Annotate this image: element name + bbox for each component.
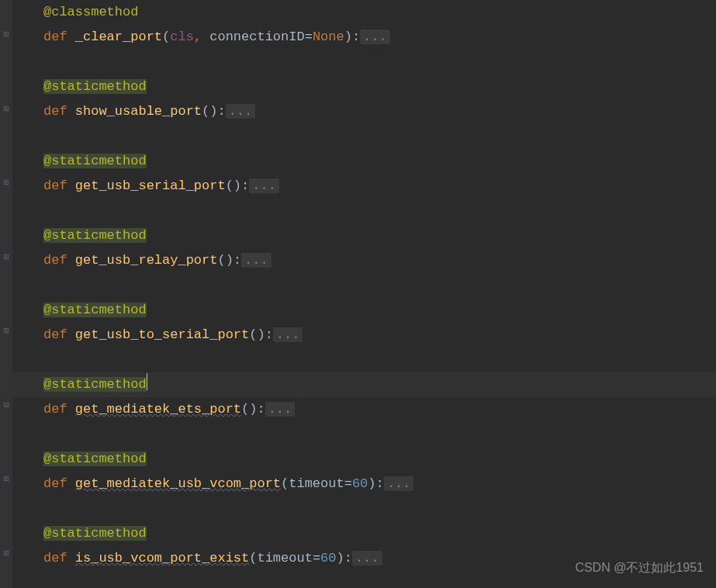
code-line: @staticmethod — [12, 521, 716, 546]
code-line: @staticmethod — [12, 447, 716, 472]
param: timeout — [289, 476, 344, 491]
decorator: @staticmethod — [43, 526, 147, 541]
fold-icon[interactable]: ⊞ — [2, 550, 10, 558]
fold-icon[interactable]: ⊞ — [2, 402, 10, 410]
blank-line — [12, 496, 716, 521]
code-line: @staticmethod — [12, 298, 716, 323]
function-name: is_usb_vcom_port_exist — [75, 551, 249, 566]
fold-ellipsis[interactable]: ... — [384, 476, 414, 491]
fold-ellipsis[interactable]: ... — [352, 551, 382, 566]
fold-icon[interactable]: ⊞ — [2, 254, 10, 261]
blank-line — [12, 273, 716, 298]
fold-icon[interactable]: ⊞ — [2, 476, 10, 483]
fold-ellipsis[interactable]: ... — [265, 402, 296, 417]
param-cls: cls — [170, 29, 194, 44]
param: timeout — [257, 551, 312, 566]
code-line: @staticmethod — [12, 223, 716, 248]
function-name: _clear_port — [75, 29, 162, 44]
code-line: def show_usable_port():... — [12, 99, 716, 124]
fold-ellipsis[interactable]: ... — [360, 29, 390, 44]
code-line-current: @staticmethod — [12, 372, 716, 397]
code-line: @classmethod — [12, 0, 716, 25]
code-line: def get_usb_relay_port():... — [12, 248, 716, 273]
fold-ellipsis[interactable]: ... — [241, 253, 272, 268]
code-line: def get_mediatek_ets_port():... — [12, 397, 716, 422]
fold-ellipsis[interactable]: ... — [226, 104, 256, 119]
decorator: @staticmethod — [43, 451, 147, 466]
function-name: get_usb_to_serial_port — [75, 327, 249, 342]
decorator: @staticmethod — [43, 79, 147, 94]
keyword-def: def — [43, 551, 75, 566]
keyword-def: def — [43, 29, 75, 44]
keyword-def: def — [43, 476, 75, 491]
decorator: @classmethod — [43, 5, 138, 19]
blank-line — [12, 124, 716, 149]
blank-line — [12, 50, 716, 74]
function-name: get_mediatek_usb_vcom_port — [75, 476, 281, 491]
keyword-def: def — [43, 253, 75, 268]
keyword-def: def — [43, 104, 75, 119]
number-literal: 60 — [320, 551, 336, 566]
number-literal: 60 — [352, 476, 368, 491]
function-name: show_usable_port — [75, 104, 202, 119]
fold-icon[interactable]: ⊞ — [2, 31, 10, 39]
keyword-def: def — [43, 327, 75, 342]
blank-line — [12, 348, 716, 372]
function-name: get_usb_serial_port — [75, 178, 226, 193]
function-name: get_usb_relay_port — [75, 253, 218, 268]
editor-gutter: ⊞ ⊞ ⊞ ⊞ ⊞ ⊞ ⊞ ⊞ — [0, 0, 12, 588]
fold-icon[interactable]: ⊞ — [2, 327, 10, 335]
code-line: def get_mediatek_usb_vcom_port(timeout=6… — [12, 472, 716, 496]
fold-icon[interactable]: ⊞ — [2, 179, 10, 187]
code-line: @staticmethod — [12, 74, 716, 99]
fold-ellipsis[interactable]: ... — [273, 327, 303, 342]
fold-icon[interactable]: ⊞ — [2, 105, 10, 113]
text-caret — [147, 373, 147, 390]
blank-line — [12, 199, 716, 223]
code-line: def _clear_port(cls, connectionID=None):… — [12, 25, 716, 50]
param: connectionID — [209, 29, 304, 44]
fold-ellipsis[interactable]: ... — [249, 178, 279, 193]
decorator: @staticmethod — [43, 228, 147, 243]
code-line: @staticmethod — [12, 149, 716, 174]
decorator: @staticmethod — [43, 303, 147, 317]
decorator: @staticmethod — [43, 154, 147, 168]
keyword-def: def — [43, 178, 75, 193]
code-line: def is_usb_vcom_port_exist(timeout=60):.… — [12, 546, 716, 571]
function-name: get_mediatek_ets_port — [75, 402, 241, 417]
decorator: @staticmethod — [43, 377, 147, 392]
code-line: def get_usb_serial_port():... — [12, 174, 716, 199]
code-line: def get_usb_to_serial_port():... — [12, 323, 716, 348]
keyword-def: def — [43, 402, 75, 417]
keyword-none: None — [313, 29, 344, 44]
blank-line — [12, 422, 716, 447]
code-editor[interactable]: @classmethod def _clear_port(cls, connec… — [12, 0, 716, 588]
